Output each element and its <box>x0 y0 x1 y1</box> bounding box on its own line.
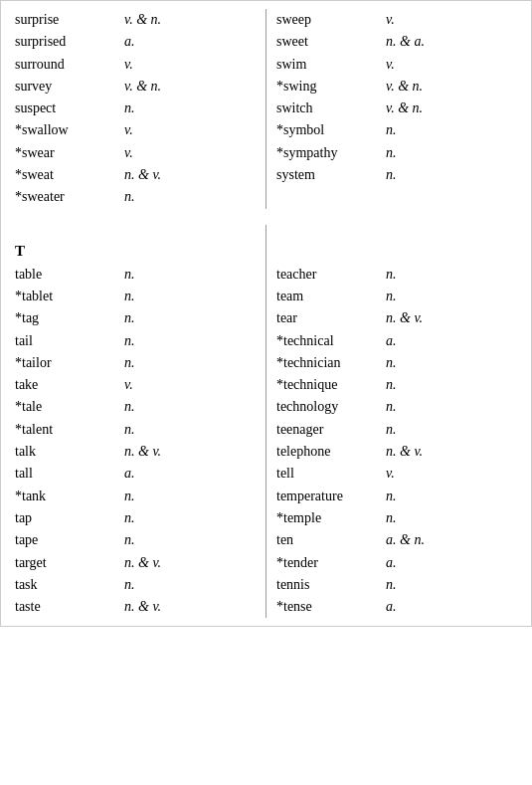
entry-word: telephone <box>276 442 376 462</box>
entry-word: teenager <box>276 420 376 440</box>
entry-word: tall <box>15 464 114 484</box>
list-item: swimv. <box>276 54 517 76</box>
list-item: *tagn. <box>15 307 256 329</box>
list-item: surroundv. <box>15 54 256 76</box>
t-right-col: teachern.teamn.tearn. & v.*technicala.*t… <box>272 225 521 619</box>
entry-word: tail <box>15 331 114 351</box>
entry-pos: n. & v. <box>114 553 256 573</box>
entry-word: temperature <box>276 487 376 506</box>
list-item: *swallowv. <box>15 119 256 141</box>
entry-pos: n. <box>114 420 256 440</box>
entry-word: suspect <box>15 98 114 118</box>
entry-word: *technical <box>276 331 376 351</box>
entry-pos: n. & v. <box>376 442 517 462</box>
entry-pos: a. <box>376 553 517 573</box>
entry-pos: v. <box>114 143 256 163</box>
list-item: *technicala. <box>276 330 517 352</box>
entry-pos: v. <box>376 464 517 484</box>
entry-pos: a. <box>376 597 517 617</box>
entry-word: *tense <box>276 597 376 617</box>
s-section: surprisev. & n.surpriseda.surroundv.surv… <box>11 9 521 209</box>
column-divider <box>266 9 266 209</box>
list-item: takev. <box>15 374 256 396</box>
entry-pos: v. & n. <box>376 98 517 118</box>
list-item: *talen. <box>15 396 256 418</box>
entry-pos: n. <box>114 265 256 285</box>
entry-word: *tag <box>15 308 114 328</box>
entry-pos: n. <box>376 353 517 373</box>
entry-word: tennis <box>276 575 376 595</box>
entry-pos: n. <box>376 143 517 163</box>
entry-word: talk <box>15 442 114 462</box>
list-item: teenagern. <box>276 419 517 441</box>
list-item: tellv. <box>276 463 517 485</box>
t-section: Ttablen.*tabletn.*tagn.tailn.*tailorn.ta… <box>11 225 521 619</box>
list-item: *sweatn. & v. <box>15 164 256 186</box>
entry-pos: n. <box>114 287 256 306</box>
entry-pos: n. & v. <box>114 165 256 185</box>
list-item: *tailorn. <box>15 352 256 374</box>
entry-pos: n. & a. <box>376 32 517 52</box>
entry-pos: v. & n. <box>114 77 256 97</box>
list-item: sweepv. <box>276 9 517 31</box>
entry-pos: n. <box>114 487 256 506</box>
entry-pos: n. <box>114 187 256 207</box>
list-item: tena. & n. <box>276 529 517 551</box>
entry-pos: v. <box>114 375 256 395</box>
section-header-t: T <box>15 243 256 260</box>
entry-word: switch <box>276 98 376 118</box>
list-item: tablen. <box>15 264 256 286</box>
entry-word: *swear <box>15 143 114 163</box>
entry-pos: n. <box>114 308 256 328</box>
entry-pos: n. <box>114 508 256 528</box>
entry-word: *technician <box>276 353 376 373</box>
entry-word: take <box>15 375 114 395</box>
entry-word: sweep <box>276 10 376 30</box>
list-item: targetn. & v. <box>15 552 256 574</box>
entry-pos: v. & n. <box>114 10 256 30</box>
column-divider-2 <box>266 225 266 619</box>
entry-word: tell <box>276 464 376 484</box>
list-item: *sympathyn. <box>276 142 517 164</box>
entry-word: surprise <box>15 10 114 30</box>
entry-pos: n. <box>376 420 517 440</box>
entry-word: *tailor <box>15 353 114 373</box>
entry-word: *temple <box>276 508 376 528</box>
entry-word: surround <box>15 55 114 75</box>
entry-word: *technique <box>276 375 376 395</box>
entry-pos: a. <box>114 464 256 484</box>
list-item: tailn. <box>15 330 256 352</box>
list-item: *techniciann. <box>276 352 517 374</box>
list-item: surveyv. & n. <box>15 76 256 98</box>
entry-word: tape <box>15 530 114 550</box>
entry-word: *tender <box>276 553 376 573</box>
entry-pos: n. <box>114 530 256 550</box>
s-right-col: sweepv.sweetn. & a.swimv.*swingv. & n.sw… <box>272 9 521 209</box>
list-item: *swearv. <box>15 142 256 164</box>
list-item: technologyn. <box>276 396 517 418</box>
entry-word: task <box>15 575 114 595</box>
entry-word: table <box>15 265 114 285</box>
list-item: taskn. <box>15 574 256 596</box>
entry-pos: v. <box>114 55 256 75</box>
entry-word: *symbol <box>276 120 376 140</box>
list-item: *swingv. & n. <box>276 76 517 98</box>
list-item: *techniquen. <box>276 374 517 396</box>
list-item: *tankn. <box>15 486 256 507</box>
entry-word: teacher <box>276 265 376 285</box>
entry-pos: n. & v. <box>114 442 256 462</box>
list-item: tennisn. <box>276 574 517 596</box>
entry-word: surprised <box>15 32 114 52</box>
entry-word: *sweater <box>15 187 114 207</box>
s-left-col: surprisev. & n.surpriseda.surroundv.surv… <box>11 9 260 209</box>
list-item: teachern. <box>276 264 517 286</box>
page: surprisev. & n.surpriseda.surroundv.surv… <box>0 0 532 627</box>
entry-pos: n. <box>114 353 256 373</box>
list-item: talkn. & v. <box>15 441 256 463</box>
entry-word: team <box>276 287 376 306</box>
entry-word: sweet <box>276 32 376 52</box>
list-item: talla. <box>15 463 256 485</box>
list-item: teamn. <box>276 286 517 307</box>
entry-word: *swing <box>276 77 376 97</box>
entry-pos: n. <box>376 508 517 528</box>
